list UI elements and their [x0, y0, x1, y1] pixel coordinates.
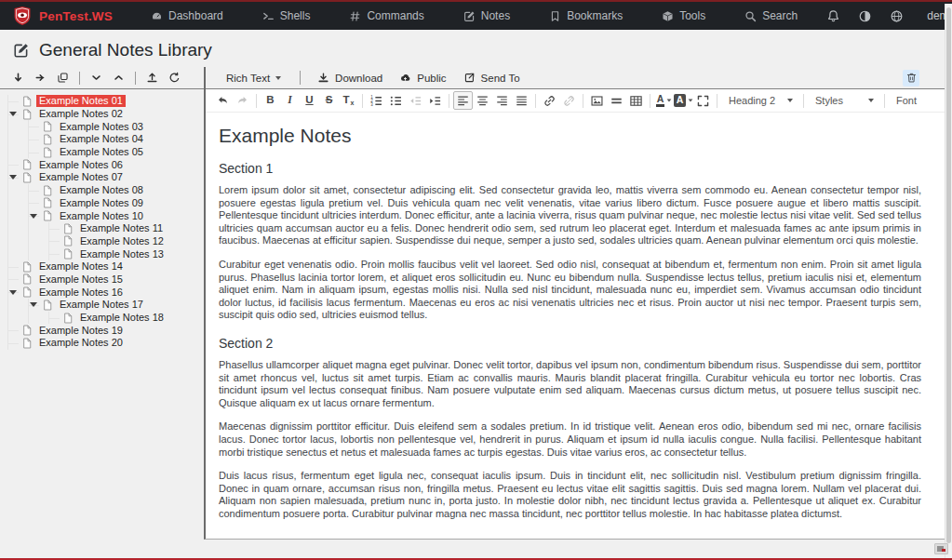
tree-node[interactable]: Example Notes 07 [8, 171, 204, 184]
tree-node[interactable]: Example Notes 10 [29, 209, 204, 222]
italic-button[interactable]: I [280, 91, 300, 110]
dropdown-styles[interactable]: Styles [808, 95, 880, 106]
tree-node[interactable]: Example Notes 04 [29, 133, 204, 146]
tree-node[interactable]: Example Notes 16 [8, 286, 204, 299]
chevron-down-button[interactable] [90, 71, 102, 86]
nav-item-shells[interactable]: Shells [243, 2, 330, 30]
remove-format-button[interactable]: Tx [339, 91, 358, 110]
public-button[interactable]: Public [399, 72, 446, 84]
align-right-button[interactable] [492, 91, 512, 110]
tree-item: Example Notes 19 [8, 324, 204, 337]
align-justify-icon [515, 94, 529, 108]
tree-node[interactable]: Example Notes 03 [29, 120, 204, 133]
horizontal-rule-icon [610, 94, 623, 108]
tree-node[interactable]: Example Notes 20 [8, 337, 204, 350]
nav-item-commands[interactable]: Commands [329, 2, 443, 30]
maximize-button[interactable] [693, 91, 713, 110]
tree-node[interactable]: Example Notes 19 [8, 324, 204, 337]
notifications-button[interactable] [817, 2, 849, 30]
tree-item: Example Notes 04 [29, 133, 204, 146]
download-button[interactable]: Download [317, 72, 382, 84]
numbered-list-button[interactable]: 123 [367, 91, 386, 110]
arrow-down-button[interactable] [12, 71, 24, 86]
tools-icon [662, 10, 674, 22]
chevron-up-button[interactable] [113, 71, 125, 86]
underline-button[interactable]: U [300, 91, 319, 110]
horizontal-rule-button[interactable] [607, 91, 626, 110]
unlink-button[interactable] [559, 91, 579, 110]
tree-node[interactable]: Example Notes 01 [8, 95, 204, 108]
caret-down-icon[interactable] [30, 214, 37, 219]
clone-button[interactable] [57, 71, 69, 86]
corner-widget[interactable] [934, 543, 948, 554]
theme-toggle-button[interactable] [849, 2, 880, 30]
tree-node[interactable]: Example Notes 11 [49, 222, 204, 235]
caret-down-icon[interactable] [9, 290, 17, 295]
tree-node[interactable]: Example Notes 02 [8, 108, 204, 121]
caret-down-icon[interactable] [9, 175, 17, 180]
bold-button[interactable]: B [261, 91, 280, 110]
strikethrough-button[interactable]: S [319, 91, 339, 110]
delete-note-button[interactable] [903, 70, 919, 87]
text-color-button[interactable]: A [654, 91, 674, 110]
link-button[interactable] [540, 91, 559, 110]
chevron-down-icon [275, 76, 281, 80]
align-center-button[interactable] [473, 91, 492, 110]
insert-image-button[interactable] [587, 91, 607, 110]
dropdown-font[interactable]: Font [889, 95, 952, 106]
edit-title-icon[interactable] [13, 42, 30, 59]
tree-node[interactable]: Example Notes 18 [49, 312, 204, 325]
chevron-up-icon [113, 72, 125, 84]
tree-item: Example Notes 18 [49, 312, 204, 325]
section-heading: Section 1 [219, 161, 921, 176]
upload-button[interactable] [146, 71, 158, 86]
tree-node[interactable]: Example Notes 06 [8, 158, 204, 171]
caret-down-icon[interactable] [30, 302, 37, 307]
page-scrollbar[interactable] [945, 4, 952, 558]
nav-item-dashboard[interactable]: Dashboard [131, 2, 243, 30]
send-to-button[interactable]: Send To [463, 72, 520, 84]
background-color-button[interactable]: A [674, 91, 693, 110]
arrow-right-button[interactable] [34, 71, 47, 86]
undo-button[interactable] [213, 91, 233, 110]
toolbar-divider [803, 94, 804, 108]
format-mode-dropdown[interactable]: Rich Text [226, 73, 281, 84]
caret-down-icon[interactable] [9, 112, 17, 116]
align-left-button[interactable] [453, 91, 473, 110]
tree-node[interactable]: Example Notes 09 [29, 197, 204, 210]
tree-node[interactable]: Example Notes 14 [8, 260, 204, 273]
align-justify-button[interactable] [512, 91, 531, 110]
toolbar-divider [884, 94, 885, 108]
nav-item-notes[interactable]: Notes [444, 2, 530, 30]
tree-node[interactable]: Example Notes 13 [49, 247, 204, 260]
tree-node[interactable]: Example Notes 17 [29, 299, 204, 312]
indent-button[interactable] [425, 91, 445, 110]
tree-node[interactable]: Example Notes 08 [29, 184, 204, 197]
language-button[interactable] [880, 2, 912, 30]
outdent-button[interactable] [406, 91, 425, 110]
chevron-down-icon [667, 99, 672, 101]
tree-node-label: Example Notes 14 [36, 260, 126, 273]
dropdown-heading-2[interactable]: Heading 2 [721, 95, 799, 106]
recycle-icon [168, 72, 181, 84]
editor-content[interactable]: Example Notes Section 1Lorem ipsum dolor… [206, 113, 945, 539]
nav-item-search[interactable]: Search [725, 2, 817, 30]
nav-item-tools[interactable]: Tools [642, 2, 725, 30]
scrollbar-thumb[interactable] [946, 7, 951, 543]
text-color-icon: A [656, 94, 665, 108]
redo-button[interactable] [233, 91, 252, 110]
dropdown-label: Font [896, 95, 917, 106]
nav-item-label: Search [762, 9, 798, 22]
tree-node[interactable]: Example Notes 15 [8, 273, 204, 287]
bulleted-list-button[interactable] [386, 91, 406, 110]
nav-item-bookmarks[interactable]: Bookmarks [530, 2, 642, 30]
brand[interactable]: PenTest.WS [0, 6, 118, 26]
tree-node-label: Example Notes 10 [57, 210, 146, 222]
tree-node[interactable]: Example Notes 12 [49, 235, 204, 248]
align-right-icon [495, 94, 509, 108]
svg-text:3: 3 [370, 101, 373, 106]
tree-node[interactable]: Example Notes 05 [29, 146, 204, 159]
clone-icon [57, 72, 69, 84]
recycle-button[interactable] [168, 71, 181, 86]
table-button[interactable] [626, 91, 646, 110]
